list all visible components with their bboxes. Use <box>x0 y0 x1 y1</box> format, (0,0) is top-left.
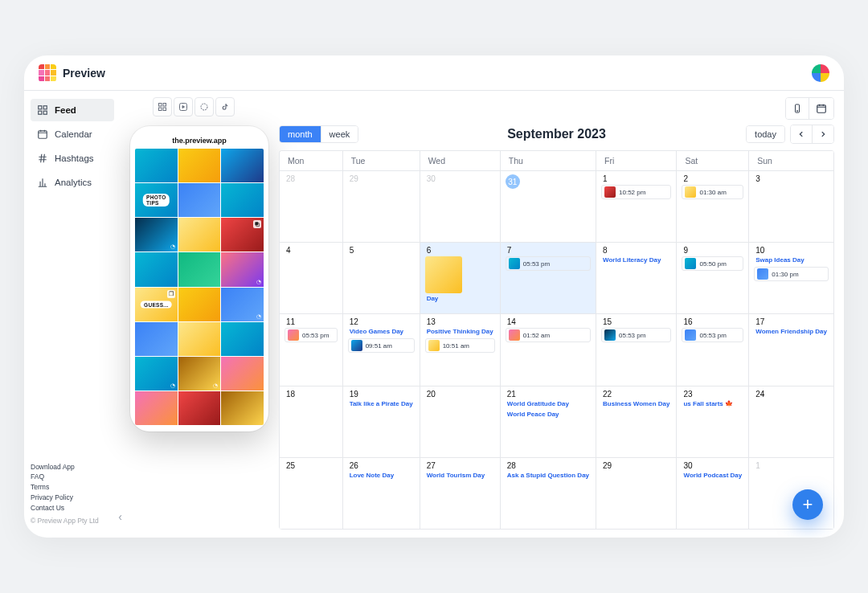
calendar-day[interactable]: 3 <box>749 171 834 243</box>
user-avatar[interactable] <box>812 64 829 82</box>
calendar-day[interactable]: 1105:53 pm <box>280 314 343 386</box>
holiday-event[interactable]: Positive Thinking Day <box>424 326 497 337</box>
calendar-day[interactable]: 18 <box>280 386 343 458</box>
sidebar-item-analytics[interactable]: Analytics <box>31 171 114 194</box>
holiday-event[interactable]: Women Friendship Day <box>752 326 830 337</box>
ig-post[interactable] <box>221 218 264 252</box>
calendar-day[interactable]: 4 <box>280 243 343 314</box>
calendar-day[interactable]: 23us Fall starts 🍁 <box>677 386 749 458</box>
holiday-event[interactable]: World Literacy Day <box>600 255 673 265</box>
calendar-day[interactable]: 10Swap Ideas Day01:30 pm <box>749 243 834 314</box>
holiday-event[interactable]: World Tourism Day <box>424 470 497 481</box>
calendar-day[interactable]: 22Business Women Day <box>596 386 677 458</box>
scheduled-post[interactable]: 05:53 pm <box>285 328 338 342</box>
calendar-day[interactable]: 28Ask a Stupid Question Day <box>501 458 596 530</box>
scheduled-post[interactable]: 05:53 pm <box>601 328 671 342</box>
calendar-day[interactable]: 6Day <box>420 243 501 314</box>
calendar-day[interactable]: 905:50 pm <box>677 243 749 314</box>
ig-post[interactable]: GUESS...❐ <box>135 288 178 321</box>
sidebar-item-feed[interactable]: Feed <box>31 99 114 121</box>
collapse-sidebar-icon[interactable]: ‹ <box>118 510 122 523</box>
scheduled-post[interactable]: 10:52 pm <box>601 185 671 199</box>
device-calendar-icon[interactable] <box>809 98 833 119</box>
holiday-event[interactable]: Day <box>424 293 497 304</box>
ig-post[interactable] <box>221 322 264 356</box>
ig-post[interactable]: ◔ <box>178 357 221 391</box>
ig-post[interactable] <box>221 183 264 217</box>
calendar-day[interactable]: 24 <box>749 386 834 458</box>
holiday-event[interactable]: Swap Ideas Day <box>752 255 830 265</box>
ig-post[interactable]: PHOTO TIPS <box>135 183 178 217</box>
calendar-day[interactable]: 21World Gratitude DayWorld Peace Day <box>501 386 596 458</box>
ig-post[interactable] <box>135 391 178 425</box>
sidebar-item-calendar[interactable]: Calendar <box>31 123 114 145</box>
ig-post[interactable] <box>178 149 221 182</box>
footer-link[interactable]: Terms <box>31 482 99 493</box>
ig-post[interactable] <box>135 322 178 356</box>
footer-link[interactable]: FAQ <box>31 472 99 482</box>
calendar-day[interactable]: 5 <box>343 243 420 314</box>
holiday-event[interactable]: World Peace Day <box>504 409 592 419</box>
scheduled-post[interactable]: 01:30 pm <box>754 267 829 281</box>
tiktok-view-icon[interactable] <box>215 97 235 117</box>
scheduled-post[interactable]: 09:51 am <box>348 338 415 353</box>
calendar-day[interactable]: 27World Tourism Day <box>420 458 501 530</box>
grid-view-icon[interactable] <box>153 97 172 117</box>
add-post-button[interactable]: + <box>792 489 823 520</box>
calendar-day[interactable]: 705:53 pm <box>501 243 596 314</box>
holiday-event[interactable]: World Gratitude Day <box>504 399 592 409</box>
reels-view-icon[interactable] <box>174 97 193 117</box>
ig-post[interactable] <box>178 183 221 217</box>
brand[interactable]: Preview <box>39 64 105 82</box>
calendar-day[interactable]: 25 <box>280 458 343 530</box>
ig-post[interactable]: ◔ <box>221 288 264 321</box>
scheduled-post[interactable]: 05:53 pm <box>506 256 591 271</box>
holiday-event[interactable]: Love Note Day <box>346 470 416 481</box>
calendar-day[interactable]: 30 <box>420 171 501 243</box>
holiday-event[interactable]: us Fall starts 🍁 <box>680 399 745 409</box>
scheduled-post[interactable]: 05:50 pm <box>682 256 743 271</box>
today-button[interactable]: today <box>747 126 784 142</box>
ig-post[interactable]: ◔ <box>135 218 178 252</box>
scheduled-post[interactable]: 05:53 pm <box>682 328 743 342</box>
calendar-day[interactable]: 26Love Note Day <box>343 458 420 530</box>
scheduled-post[interactable]: 01:52 am <box>506 328 591 342</box>
calendar-day[interactable]: 201:30 am <box>677 171 749 243</box>
calendar-day[interactable]: 31 <box>501 171 596 243</box>
device-mobile-icon[interactable] <box>786 98 809 119</box>
calendar-day[interactable]: 19Talk like a Pirate Day <box>343 386 420 458</box>
ig-post[interactable] <box>221 391 264 425</box>
week-view-button[interactable]: week <box>321 126 358 142</box>
calendar-day[interactable]: 110:52 pm <box>596 171 677 243</box>
calendar-day[interactable]: 1401:52 am <box>501 314 596 386</box>
prev-month-button[interactable] <box>791 125 813 143</box>
ig-post[interactable] <box>221 149 264 182</box>
holiday-event[interactable]: Business Women Day <box>600 399 673 409</box>
holiday-event[interactable]: World Podcast Day <box>680 470 745 481</box>
ig-post[interactable] <box>221 357 264 391</box>
calendar-day[interactable]: 17Women Friendship Day <box>749 314 834 386</box>
stories-view-icon[interactable] <box>194 97 214 117</box>
calendar-day[interactable]: 29 <box>343 171 420 243</box>
calendar-day[interactable]: 29 <box>596 458 677 530</box>
calendar-day[interactable]: 1605:53 pm <box>677 314 749 386</box>
ig-post[interactable] <box>178 252 221 286</box>
ig-post[interactable] <box>178 322 221 356</box>
scheduled-post[interactable]: 01:30 am <box>682 185 743 199</box>
sidebar-item-hashtags[interactable]: Hashtags <box>31 147 114 170</box>
holiday-event[interactable]: Video Games Day <box>346 326 416 337</box>
ig-post[interactable] <box>178 288 221 321</box>
ig-post[interactable]: ◔ <box>221 252 264 286</box>
month-view-button[interactable]: month <box>280 126 321 142</box>
calendar-day[interactable]: 1505:53 pm <box>596 314 677 386</box>
calendar-day[interactable]: 28 <box>280 171 343 243</box>
ig-post[interactable] <box>178 391 221 425</box>
calendar-day[interactable]: 12Video Games Day09:51 am <box>343 314 420 386</box>
calendar-day[interactable]: 20 <box>420 386 501 458</box>
footer-link[interactable]: Contact Us <box>31 503 99 513</box>
calendar-day[interactable]: 1 <box>749 458 834 530</box>
next-month-button[interactable] <box>813 125 833 143</box>
calendar-day[interactable]: 13Positive Thinking Day10:51 am <box>420 314 501 386</box>
footer-link[interactable]: Privacy Policy <box>31 493 99 503</box>
ig-post[interactable] <box>178 218 221 252</box>
